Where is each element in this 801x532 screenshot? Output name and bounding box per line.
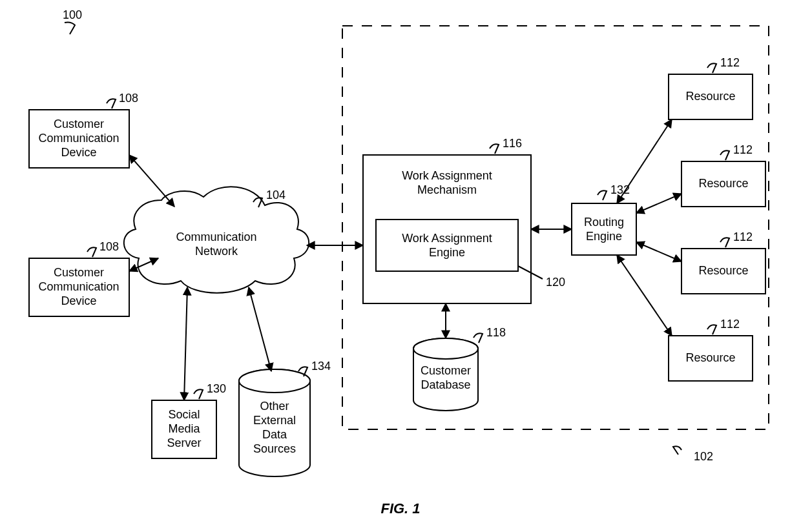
social-line1: Social <box>168 408 200 421</box>
ref-social: 130 <box>207 382 226 395</box>
leader-icon <box>107 99 116 108</box>
ref-ext: 134 <box>311 360 331 373</box>
ref-resource-2: 112 <box>733 143 753 156</box>
resource-4-label: Resource <box>685 351 735 364</box>
leader-icon <box>65 23 75 35</box>
cust-device-1-line3: Device <box>61 146 96 159</box>
social-line2: Media <box>168 422 200 435</box>
ext-line3: Data <box>262 428 287 441</box>
external-data-sources: Other External Data Sources <box>239 369 310 476</box>
wae-line2: Engine <box>429 246 465 259</box>
leader-icon <box>673 446 681 455</box>
ext-line1: Other <box>260 400 289 413</box>
re-line1: Routing <box>584 216 624 229</box>
wae-line1: Work Assignment <box>402 232 492 245</box>
cust-device-2-line2: Communication <box>38 280 119 293</box>
leader-icon <box>87 247 96 257</box>
cust-device-1-line2: Communication <box>38 132 119 145</box>
ref-cdb: 118 <box>486 326 506 339</box>
connector <box>617 119 672 203</box>
ext-line2: External <box>253 414 296 427</box>
resource-2-label: Resource <box>698 177 748 190</box>
ref-resource-3: 112 <box>733 230 753 243</box>
resource-1-label: Resource <box>685 90 735 103</box>
connector <box>617 255 672 336</box>
leader-icon <box>720 238 729 247</box>
leader-icon <box>194 389 203 399</box>
connector <box>636 194 681 213</box>
svg-point-0 <box>239 369 310 393</box>
resource-3-label: Resource <box>698 264 748 277</box>
ref-resource-4: 112 <box>720 318 740 331</box>
ref-network: 104 <box>266 189 286 201</box>
connector <box>249 287 271 371</box>
cdb-line2: Database <box>421 378 470 391</box>
leader-icon <box>707 325 716 334</box>
ref-system: 100 <box>63 8 82 21</box>
svg-point-1 <box>413 338 478 359</box>
connector <box>184 287 187 400</box>
wam-line2: Mechanism <box>417 183 477 196</box>
ref-wae: 120 <box>546 276 565 289</box>
ref-resource-1: 112 <box>720 56 740 69</box>
customer-database: Customer Database <box>413 338 478 411</box>
figure-label: FIG. 1 <box>380 500 420 517</box>
cust-device-2-line1: Customer <box>54 266 104 279</box>
cust-device-1-line1: Customer <box>54 118 104 130</box>
network-label-line2: Network <box>195 245 238 258</box>
leader-icon <box>473 333 483 343</box>
ref-contact-center: 102 <box>694 450 713 463</box>
communication-network: Communication Network <box>124 187 309 293</box>
network-label-line1: Communication <box>176 230 256 243</box>
cust-device-2-line3: Device <box>61 294 96 307</box>
connector <box>129 155 174 207</box>
re-line2: Engine <box>586 230 622 243</box>
ext-line4: Sources <box>253 442 296 455</box>
leader-icon <box>598 190 607 200</box>
cdb-line1: Customer <box>421 364 471 377</box>
wam-line1: Work Assignment <box>402 169 492 182</box>
leader-icon <box>720 150 729 160</box>
leader-icon <box>490 144 499 154</box>
connector <box>636 242 681 261</box>
ref-routing: 132 <box>610 183 630 196</box>
ref-wam: 116 <box>503 137 522 150</box>
social-line3: Server <box>167 436 201 449</box>
ref-cust-device-2: 108 <box>99 240 119 253</box>
ref-cust-device-1: 108 <box>119 92 138 105</box>
leader-icon <box>707 63 716 73</box>
